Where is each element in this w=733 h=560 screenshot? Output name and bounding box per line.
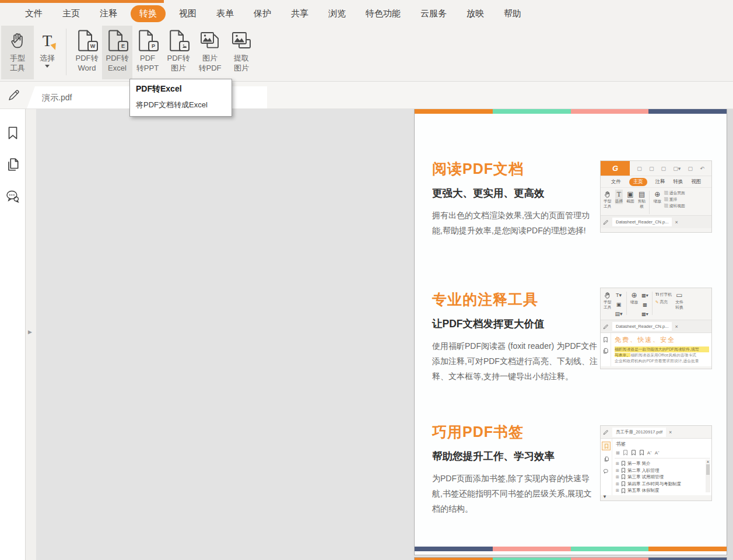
- section-subtitle: 帮助您提升工作、学习效率: [432, 449, 607, 463]
- doc-text: 企业和政府机构的PDF查看需求而设计,适合批量: [615, 358, 709, 364]
- pdf-to-excel-icon: E: [107, 29, 127, 53]
- quick-access-icons: ▢▢▢▢▾▢↶: [630, 166, 711, 172]
- screenshot-annotation-ui: 手型 工具 T▾ ▣ ▤▾ ⊕ 缩放 ▩▾ ▩ ▩▾: [600, 288, 712, 369]
- mini-view-options: ▩ 适合页面 ▩ 重排 ▩ 旋转视图: [664, 190, 685, 209]
- section-subtitle: 更强大、更实用、更高效: [432, 186, 607, 200]
- image-to-pdf-button[interactable]: 图片 转PDF: [194, 26, 226, 79]
- menu-help[interactable]: 帮助: [494, 8, 531, 19]
- menu-convert-active[interactable]: 转换: [131, 5, 166, 22]
- mini-zoom-tool: ⊕ 缩放: [630, 290, 639, 305]
- extract-image-icon: [231, 29, 252, 53]
- extract-image-button[interactable]: 提取 图片: [226, 26, 257, 79]
- menu-present[interactable]: 放映: [457, 8, 494, 19]
- mini-side-rail: [601, 333, 611, 366]
- bookmark-item: ⊞ 第二章 入职管理: [616, 467, 704, 474]
- highlighted-text: 与表单。福昕阅读器采用Office风格的选项卡式: [615, 352, 709, 358]
- navigation-sidebar: [0, 108, 26, 560]
- tooltip-description: 将PDF文档转成Excel: [136, 100, 226, 110]
- mini-zoom-tool: ⊕ 缩放: [653, 190, 661, 204]
- mini-pages-icon: [602, 454, 611, 463]
- toolbar-separator: [66, 29, 66, 75]
- pdf-to-word-icon: W: [77, 29, 97, 53]
- foxit-logo: G: [601, 161, 630, 176]
- document-tab-bar: 演示.pdf: [0, 82, 733, 109]
- section-read-pdf: 阅读PDF文档 更强大、更实用、更高效 拥有出色的文档渲染效果,强大的页面管理功…: [432, 159, 607, 238]
- bookmark-panel-title: 书签: [616, 441, 710, 448]
- menu-form[interactable]: 表单: [206, 8, 244, 19]
- highlighted-text: 福昕阅读器是一款功能强大的PDF阅读软件,填写: [615, 346, 709, 352]
- hand-tool-button[interactable]: 手型 工具: [1, 26, 34, 79]
- screenshot-reader-ui: G ▢▢▢▢▾▢↶ 文件 主页 注释 转换 视图 手型 工具: [600, 160, 712, 233]
- mini-side-rail: ▼: [601, 439, 612, 495]
- page-top-color-strip: [415, 109, 727, 114]
- mini-bookmark-panel: ▼ 书签 ⊞ AˆAˇ ⊞ 第一章 简介: [601, 438, 711, 495]
- mini-convert-tool: ▭ 文件 转换: [675, 290, 683, 310]
- dropdown-caret-icon: [45, 65, 50, 68]
- mini-snapshot-tool: ▣ 截图: [626, 190, 634, 204]
- pdf-to-ppt-button[interactable]: P PDF 转PPT: [132, 26, 163, 79]
- mini-tab-bar: 员工手册_20120917.pdf ×: [601, 426, 711, 438]
- expand-panel-arrow-icon[interactable]: ▶: [28, 329, 32, 335]
- main-area: ▶ 阅读PDF文档 更强大、更实用、更高效 拥有出色的文档渲染效果,强大的页面管…: [0, 108, 733, 560]
- mini-scroll-down-arrow: ▼: [602, 494, 607, 499]
- pdf-to-image-icon: [169, 29, 188, 53]
- window-right-edge: [727, 108, 733, 560]
- pdf-page-1: 阅读PDF文档 更强大、更实用、更高效 拥有出色的文档渲染效果,强大的页面管理功…: [414, 108, 727, 555]
- section-annotation-tools: 专业的注释工具 让PDF文档发挥更大价值 使用福昕PDF阅读器 (foxit r…: [432, 290, 607, 384]
- screenshot-bookmarks-ui: 员工手册_20120917.pdf × ▼ 书签: [600, 425, 712, 501]
- pdf-to-excel-button[interactable]: E PDF转 Excel: [102, 26, 132, 79]
- pages-panel-icon[interactable]: [5, 157, 20, 172]
- mini-toolbar: 手型 工具 T 选择 ▣ 截图 ▤ 剪贴 板 ⊕ 缩放: [601, 187, 711, 215]
- select-tool-button[interactable]: T 选择: [34, 26, 61, 79]
- tooltip-title: PDF转Excel: [136, 84, 226, 94]
- mini-hand-tool: 手型 工具: [604, 290, 612, 310]
- ribbon-toolbar: 手型 工具 T 选择 W PDF转 Word: [0, 24, 733, 82]
- image-to-pdf-icon: [199, 29, 221, 53]
- section-title: 巧用PDF书签: [432, 422, 607, 442]
- menu-view[interactable]: 视图: [169, 8, 206, 19]
- mini-page-tools: ▩▾ ▩ ▩▾: [641, 290, 648, 318]
- text-select-icon: T: [43, 29, 52, 53]
- section-body: 拥有出色的文档渲染效果,强大的页面管理功能,帮助提升效率,是您阅读PDF的理想选…: [432, 208, 598, 238]
- mini-menu-home-active: 主页: [629, 178, 647, 186]
- annotate-pencil-icon[interactable]: [8, 88, 21, 102]
- mini-doc-title: 免费、快速、安全: [615, 335, 709, 344]
- mini-clipboard-tool: ▤ 剪贴 板: [638, 190, 646, 209]
- bookmark-item: ⊞ 第五章 休假制度: [616, 487, 704, 494]
- bookmark-panel-icon[interactable]: [5, 125, 20, 141]
- menu-browse[interactable]: 浏览: [318, 8, 356, 19]
- menu-home[interactable]: 主页: [52, 8, 90, 19]
- menu-bar: 文件 主页 注释 转换 视图 表单 保护 共享 浏览 特色功能 云服务 放映 帮…: [0, 0, 733, 24]
- mini-menu-bar: 文件 主页 注释 转换 视图: [601, 176, 711, 187]
- top-accent-bar: [0, 0, 164, 3]
- menu-protect[interactable]: 保护: [244, 8, 281, 19]
- section-subtitle: 让PDF文档发挥更大价值: [432, 317, 607, 331]
- bookmark-item: ⊞ 第四章 工作时间与考勤制度: [616, 481, 704, 488]
- bookmark-item: ⊞ 第一章 简介: [616, 460, 704, 467]
- pdf-page-2-top-strip: [414, 557, 727, 560]
- mini-comments-icon: [602, 467, 611, 476]
- tooltip-pdf-to-excel: PDF转Excel 将PDF文档转成Excel: [129, 79, 232, 117]
- mini-scrollbar: ▲: [706, 460, 710, 492]
- bookmark-panel-toolbar: ⊞ AˆAˇ: [615, 449, 710, 459]
- menu-file[interactable]: 文件: [15, 8, 52, 19]
- menu-comment[interactable]: 注释: [90, 8, 127, 19]
- comments-panel-icon[interactable]: [5, 189, 20, 204]
- menu-features[interactable]: 特色功能: [356, 8, 411, 19]
- panel-splitter[interactable]: ▶: [26, 108, 36, 560]
- menu-share[interactable]: 共享: [281, 8, 318, 19]
- mini-select-tool: T 选择: [615, 190, 623, 204]
- mini-tab-bar: Datasheet_Reader_CN.p... ×: [601, 215, 711, 228]
- section-title: 专业的注释工具: [432, 290, 607, 309]
- pdf-to-word-button[interactable]: W PDF转 Word: [72, 26, 102, 79]
- section-body: 为PDF页面添加书签,除了实现内容的快速导航,书签还能指明不同书签的层级关系,展…: [432, 471, 598, 516]
- mini-annotate-toolbar: 手型 工具 T▾ ▣ ▤▾ ⊕ 缩放 ▩▾ ▩ ▩▾: [601, 288, 711, 320]
- mini-tab-bar: Datasheet_Reader_CN.p... ×: [601, 320, 711, 332]
- mini-bookmark-icon-active: [602, 442, 611, 450]
- pdf-to-ppt-icon: P: [138, 29, 157, 53]
- mini-document-view: 免费、快速、安全 福昕阅读器是一款功能强大的PDF阅读软件,填写 与表单。福昕阅…: [601, 332, 711, 366]
- bookmark-list: ⊞ 第一章 简介 ⊞ 第二章 入职管理 ⊞ 第三章 试用期管理: [615, 459, 710, 495]
- mini-annotate-options: TI 打字机 ✎ 高亮: [655, 290, 672, 306]
- menu-cloud[interactable]: 云服务: [411, 8, 457, 19]
- pdf-to-image-button[interactable]: PDF转 图片: [163, 26, 194, 79]
